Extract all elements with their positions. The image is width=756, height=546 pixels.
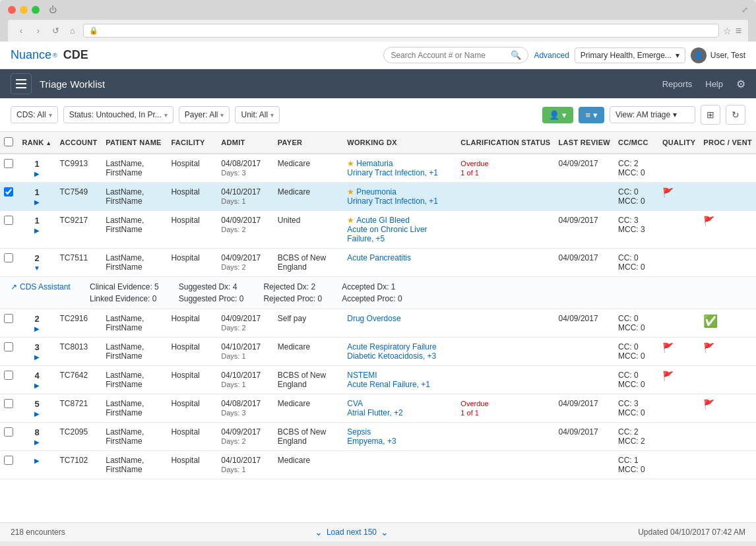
list-view-button[interactable]: ≡ ▾ — [579, 107, 604, 123]
last-review-header[interactable]: LAST REVIEW — [555, 132, 614, 154]
primary-dx-link[interactable]: CVA — [347, 399, 363, 408]
facility-header[interactable]: FACILITY — [167, 132, 217, 154]
row-checkbox[interactable] — [4, 456, 13, 465]
resize-icon[interactable]: ⤢ — [741, 5, 748, 15]
settings-icon[interactable]: ⚙ — [736, 78, 745, 90]
refresh-button[interactable]: ↺ — [49, 24, 62, 38]
help-link[interactable]: Help — [705, 79, 723, 89]
expand-arrow-icon[interactable]: ▶ — [22, 353, 52, 361]
secondary-dx-link[interactable]: Acute on Chronic Liver Failure, +5 — [347, 225, 427, 243]
rank-header[interactable]: RANK — [18, 132, 56, 154]
row-checkbox[interactable] — [4, 314, 13, 323]
row-checkbox-cell[interactable] — [0, 394, 18, 423]
row-checkbox-cell[interactable] — [0, 451, 18, 479]
working-dx-cell: CVA Atrial Flutter, +2 — [343, 394, 457, 423]
clinical-evidence-label: Clinical Evidence: 5 — [90, 282, 159, 291]
row-checkbox[interactable] — [4, 371, 13, 380]
primary-dx-link[interactable]: Drug Overdose — [347, 314, 400, 323]
home-button[interactable]: ⌂ — [66, 24, 79, 38]
row-checkbox-cell[interactable] — [0, 309, 18, 338]
unit-filter-dropdown[interactable]: Unit: All ▾ — [235, 106, 280, 123]
primary-dx-link[interactable]: NSTEMI — [347, 371, 377, 380]
clarification-status-header[interactable]: CLARIFICATION STATUS — [457, 132, 554, 154]
address-bar[interactable]: 🔒 — [83, 24, 719, 38]
search-box[interactable]: 🔍 — [383, 47, 528, 63]
advanced-search-link[interactable]: Advanced — [534, 51, 569, 60]
row-checkbox[interactable] — [4, 216, 13, 225]
primary-dx-link[interactable]: Acute Respiratory Failure — [347, 342, 436, 351]
quality-header[interactable]: QUALITY — [658, 132, 699, 154]
refresh-table-icon[interactable]: ↻ — [726, 105, 745, 125]
search-input[interactable] — [391, 51, 507, 60]
row-checkbox-cell[interactable] — [0, 338, 18, 366]
account-header[interactable]: ACCOUNT — [56, 132, 102, 154]
row-checkbox[interactable] — [4, 427, 13, 437]
load-next-button[interactable]: ⌄ Load next 150 ⌄ — [65, 527, 638, 537]
primary-dx-link[interactable]: ★Acute GI Bleed — [347, 216, 410, 225]
secondary-dx-link[interactable]: Acute Renal Failure, +1 — [347, 380, 430, 389]
row-checkbox[interactable] — [4, 399, 13, 408]
patient-name-header[interactable]: PATIENT NAME — [102, 132, 167, 154]
row-checkbox-cell[interactable] — [0, 183, 18, 211]
mcc-value: MCC: 0 — [618, 351, 645, 361]
proc-vent-header[interactable]: PROC / VENT — [699, 132, 756, 154]
maximize-window-button[interactable] — [32, 6, 40, 14]
minimize-window-button[interactable] — [20, 6, 28, 14]
secondary-dx-link[interactable]: Urinary Tract Infection, +1 — [347, 168, 438, 177]
row-checkbox[interactable] — [4, 253, 13, 262]
status-filter-dropdown[interactable]: Status: Untouched, In Pr... ▾ — [63, 106, 173, 123]
expand-arrow-icon[interactable]: ▶ — [22, 198, 52, 206]
expand-arrow-icon[interactable]: ▶ — [22, 170, 52, 177]
row-checkbox-cell[interactable] — [0, 423, 18, 451]
cds-assistant-link[interactable]: ↗ CDS Assistant — [11, 282, 77, 291]
patient-cell: LastName, FirstName — [102, 423, 167, 451]
cds-filter-dropdown[interactable]: CDS: All ▾ — [11, 106, 58, 123]
expand-arrow-icon[interactable]: ▶ — [22, 382, 52, 389]
secondary-dx-link[interactable]: Empyema, +3 — [347, 437, 396, 446]
row-checkbox-cell[interactable] — [0, 211, 18, 249]
secondary-dx-link[interactable]: Urinary Tract Infection, +1 — [347, 197, 438, 206]
expand-arrow-icon[interactable]: ▶ — [22, 325, 52, 332]
expand-arrow-icon[interactable]: ▶ — [22, 410, 52, 417]
admit-date: 04/09/2017 — [221, 314, 261, 323]
account-number: TC2095 — [60, 427, 88, 437]
browser-menu-icon[interactable]: ≡ — [736, 25, 741, 37]
proc-vent-cell — [699, 183, 756, 211]
admit-days: Days: 2 — [221, 263, 245, 271]
back-button[interactable]: ‹ — [15, 24, 28, 38]
close-window-button[interactable] — [8, 6, 16, 14]
primary-dx-link[interactable]: Sepsis — [347, 427, 371, 437]
bookmark-icon[interactable]: ☆ — [723, 26, 732, 36]
expand-arrow-icon[interactable]: ▶ — [22, 457, 52, 464]
reports-link[interactable]: Reports — [662, 79, 693, 89]
forward-button[interactable]: › — [32, 24, 45, 38]
row-checkbox-cell[interactable] — [0, 154, 18, 183]
hamburger-menu-button[interactable] — [11, 73, 32, 94]
primary-dx-link[interactable]: Acute Pancreatitis — [347, 253, 411, 262]
admit-header[interactable]: ADMIT — [217, 132, 274, 154]
row-checkbox-cell[interactable] — [0, 366, 18, 394]
primary-dx-link[interactable]: ★Pneumonia — [347, 187, 396, 197]
expand-arrow-icon[interactable]: ▶ — [22, 227, 52, 234]
columns-icon[interactable]: ⊞ — [701, 105, 720, 125]
facility-dropdown[interactable]: Primary Health, Emerge... ▾ — [575, 47, 685, 63]
select-all-checkbox[interactable] — [4, 137, 13, 146]
payer-value: BCBS of New England — [278, 427, 326, 446]
row-checkbox[interactable] — [4, 342, 13, 351]
row-checkbox[interactable] — [4, 187, 13, 197]
expand-arrow-icon[interactable]: ▼ — [22, 264, 52, 272]
secondary-dx-link[interactable]: Diabetic Ketoacidosis, +3 — [347, 351, 436, 361]
secondary-dx-link[interactable]: Atrial Flutter, +2 — [347, 408, 402, 417]
cc-mcc-header[interactable]: CC/MCC — [614, 132, 658, 154]
expand-arrow-icon[interactable]: ▶ — [22, 439, 52, 446]
select-all-header[interactable] — [0, 132, 18, 154]
row-checkbox[interactable] — [4, 159, 13, 168]
assign-button[interactable]: 👤 ▾ — [542, 107, 573, 123]
payer-filter-dropdown[interactable]: Payer: All ▾ — [179, 106, 230, 123]
view-dropdown[interactable]: View: AM triage ▾ — [610, 106, 695, 123]
working-dx-header[interactable]: WORKING DX — [343, 132, 457, 154]
last-review-cell: 04/09/2017 — [555, 154, 614, 183]
payer-header[interactable]: PAYER — [274, 132, 343, 154]
primary-dx-link[interactable]: ★Hematuria — [347, 159, 393, 168]
row-checkbox-cell[interactable] — [0, 249, 18, 277]
